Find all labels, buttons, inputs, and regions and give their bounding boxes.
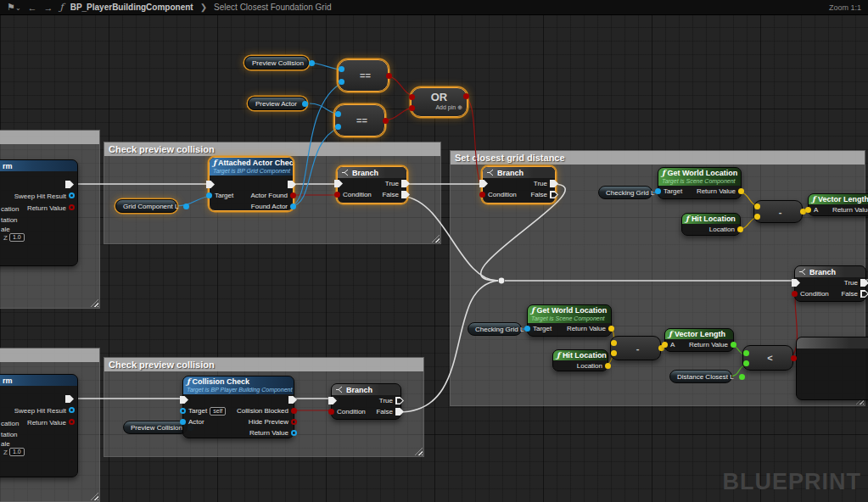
node-title: Vector Length [675,330,725,338]
bool-input-pin[interactable] [409,105,415,111]
transform-node-clipped[interactable]: rm Sweep Hit Result Return Value cation … [0,159,78,266]
input-pin[interactable] [611,350,617,356]
true-exec-pin[interactable] [860,279,868,287]
object-pin[interactable] [302,101,308,107]
attached-actor-check-node[interactable]: ƒ Attached Actor Check Target is BP Grid… [209,157,294,211]
transform-node-clipped[interactable]: rm Sweep Hit Result Return Value cation … [0,374,78,477]
or-node[interactable]: OR Add pin ⊕ [411,87,468,117]
condition-pin[interactable] [328,409,334,415]
return-value-pin[interactable] [69,204,75,210]
actor-pin[interactable] [180,419,186,425]
breadcrumb-parent[interactable]: BP_PlayerBuildingComponent [70,3,193,12]
exec-in-pin[interactable] [792,279,800,287]
pin-label: Return Value [689,341,728,349]
get-world-location-node[interactable]: ƒ Get World Location Target is Scene Com… [658,167,742,199]
found-actor-pin[interactable] [290,204,296,209]
target-pin[interactable] [655,188,661,194]
less-than-node[interactable]: < [742,345,793,371]
branch-node[interactable]: Branch True ConditionFalse [337,166,407,204]
pin-label: Condition [343,191,372,198]
z-value-field[interactable]: 1.0 [9,448,25,456]
vector-output-pin[interactable] [737,226,743,232]
variable-preview-collision[interactable]: Preview Collision [244,56,309,70]
hide-preview-pin[interactable] [291,419,297,425]
input-pin[interactable] [754,214,760,220]
exec-in-pin[interactable] [328,397,337,404]
variable-preview-actor[interactable]: Preview Actor [248,97,307,110]
branch-node[interactable]: Branch True ConditionFalse [794,265,866,302]
get-world-location-node[interactable]: ƒ Get World Location Target is Scene Com… [527,304,612,337]
branch-node[interactable]: Branch True ConditionFalse [331,383,401,420]
input-pin[interactable] [743,360,749,366]
a-pin[interactable] [662,342,668,348]
node-subtitle: Target is BP Player Building Component [187,386,290,394]
z-value-field[interactable]: 1.0 [9,233,25,242]
vector-length-node[interactable]: ƒ Vector Length AReturn Value [808,193,868,216]
bookmark-icon[interactable]: ⚑⌄ [7,0,21,16]
bool-output-pin[interactable] [386,73,392,79]
condition-pin[interactable] [334,192,340,198]
variable-distance-closest[interactable]: Distance Closest L [669,370,732,383]
blueprint-graph[interactable]: Check preview collision Set closest grid… [0,0,868,502]
variable-checking-grid[interactable]: Checking Grid L [598,186,652,199]
bool-output-pin[interactable] [791,355,797,361]
node-title: Branch [352,169,378,177]
pin-label: True [385,180,399,187]
input-pin[interactable] [743,350,749,356]
subtract-node[interactable]: - [753,200,803,223]
equals-node[interactable]: == [334,104,385,137]
input-pin[interactable] [339,66,344,72]
vector-output-pin[interactable] [738,188,744,194]
variable-preview-collision[interactable]: Preview Collision [123,421,188,434]
clipped-node[interactable] [796,337,868,400]
false-exec-pin[interactable] [860,290,868,298]
exec-in-pin[interactable] [479,180,488,187]
input-pin[interactable] [754,204,760,209]
pin-label: Target [188,407,207,415]
exec-out-pin[interactable] [65,395,74,403]
float-output-pin[interactable] [731,342,736,348]
breadcrumb-current[interactable]: Select Closest Foundation Grid [214,3,331,12]
input-pin[interactable] [335,111,341,117]
a-pin[interactable] [805,207,811,213]
exec-in-pin[interactable] [180,396,188,404]
variable-grid-component[interactable]: Grid Component L [115,199,177,213]
float-pin[interactable] [739,374,745,380]
collision-blocked-pin[interactable] [291,408,297,414]
exec-in-pin[interactable] [206,181,215,188]
exec-in-pin[interactable] [334,180,343,187]
object-pin[interactable] [183,204,189,209]
branch-node[interactable]: Branch True ConditionFalse [482,166,556,204]
target-pin[interactable] [180,408,186,414]
forward-icon[interactable]: → [44,0,53,15]
hit-location-node[interactable]: ƒ Hit Location Location [552,349,608,371]
target-pin[interactable] [206,192,212,198]
sweep-hit-result-pin[interactable] [69,407,75,413]
return-value-pin[interactable] [69,419,75,425]
vector-output-pin[interactable] [608,326,614,332]
pin-label: Return Value [832,206,868,214]
back-icon[interactable]: ← [28,0,37,15]
sweep-hit-result-pin[interactable] [69,192,75,198]
exec-out-pin[interactable] [65,181,74,188]
subtract-node[interactable]: - [610,336,661,360]
add-pin-button[interactable]: Add pin ⊕ [435,104,462,111]
condition-pin[interactable] [792,291,798,297]
condition-pin[interactable] [479,192,485,198]
vector-length-node[interactable]: ƒ Vector Length AReturn Value [664,328,734,352]
actor-found-pin[interactable] [290,192,296,198]
function-icon: ƒ [187,377,190,386]
bool-output-pin[interactable] [383,118,389,124]
object-pin[interactable] [309,60,315,66]
hit-location-node[interactable]: ƒ Hit Location Location [681,213,741,236]
input-pin[interactable] [339,79,344,85]
input-pin[interactable] [611,340,617,346]
return-value-pin[interactable] [291,430,297,436]
comment-left-top-title [0,131,99,144]
equals-node[interactable]: == [338,59,389,92]
variable-checking-grid[interactable]: Checking Grid L [468,322,522,336]
vector-output-pin[interactable] [605,363,611,369]
input-pin[interactable] [335,124,341,130]
collision-check-node[interactable]: ƒ Collision Check Target is BP Player Bu… [182,376,294,438]
target-pin[interactable] [524,326,530,332]
